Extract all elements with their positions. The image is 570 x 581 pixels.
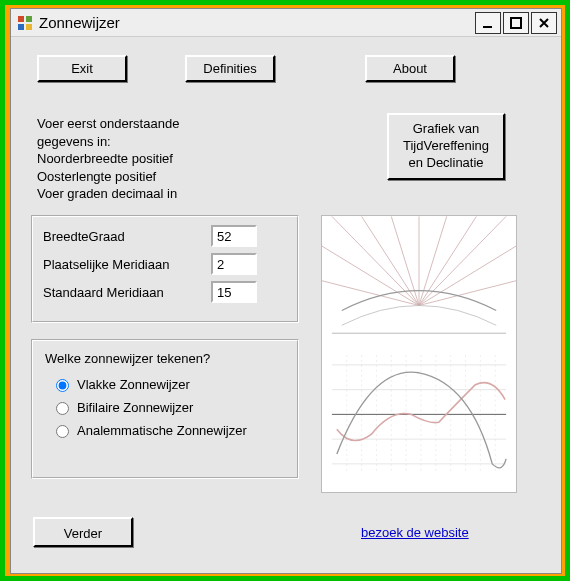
standaard-input[interactable] — [211, 281, 257, 303]
app-icon — [17, 15, 33, 31]
window-body: Exit Definities About Voer eerst onderst… — [11, 37, 561, 573]
radio-group: Welke zonnewijzer tekenen? Vlakke Zonnew… — [31, 339, 299, 479]
verder-button[interactable]: Verder — [33, 517, 133, 547]
radio-analemma[interactable]: Analemmatische Zonnewijzer — [51, 422, 285, 438]
window-title: Zonnewijzer — [39, 14, 120, 31]
instructions-text: Voer eerst onderstaande gegevens in: Noo… — [37, 115, 257, 203]
exit-button[interactable]: Exit — [37, 55, 127, 82]
radio-vlakke[interactable]: Vlakke Zonnewijzer — [51, 376, 285, 392]
plaatselijke-input[interactable] — [211, 253, 257, 275]
svg-rect-2 — [18, 24, 24, 30]
close-button[interactable] — [531, 12, 557, 34]
svg-rect-4 — [483, 26, 492, 28]
radio-vlakke-label: Vlakke Zonnewijzer — [77, 377, 190, 392]
grafiek-button[interactable]: Grafiek van TijdVereffening en Declinati… — [387, 113, 505, 180]
instruction-line: Voer graden decimaal in — [37, 185, 257, 203]
radio-analemma-input[interactable] — [56, 425, 69, 438]
instruction-line: Noorderbreedte positief — [37, 150, 257, 168]
inputs-group: BreedteGraad Plaatselijke Meridiaan Stan… — [31, 215, 299, 323]
standaard-label: Standaard Meridiaan — [43, 285, 211, 300]
window: Zonnewijzer Exit Definities About Voer e… — [10, 8, 562, 574]
svg-rect-5 — [511, 18, 521, 28]
svg-rect-3 — [26, 24, 32, 30]
radio-vlakke-input[interactable] — [56, 379, 69, 392]
radio-analemma-label: Analemmatische Zonnewijzer — [77, 423, 247, 438]
maximize-button[interactable] — [503, 12, 529, 34]
instruction-line: gegevens in: — [37, 133, 257, 151]
website-link[interactable]: bezoek de website — [361, 525, 469, 540]
radio-group-title: Welke zonnewijzer tekenen? — [45, 351, 285, 366]
breedtegraad-input[interactable] — [211, 225, 257, 247]
radio-bifilaire[interactable]: Bifilaire Zonnewijzer — [51, 399, 285, 415]
definities-button[interactable]: Definities — [185, 55, 275, 82]
instruction-line: Voer eerst onderstaande — [37, 115, 257, 133]
svg-rect-0 — [18, 16, 24, 22]
minimize-button[interactable] — [475, 12, 501, 34]
title-bar: Zonnewijzer — [11, 9, 561, 37]
chart-preview — [321, 215, 517, 493]
radio-bifilaire-label: Bifilaire Zonnewijzer — [77, 400, 193, 415]
svg-rect-1 — [26, 16, 32, 22]
about-button[interactable]: About — [365, 55, 455, 82]
breedtegraad-label: BreedteGraad — [43, 229, 211, 244]
instruction-line: Oosterlengte positief — [37, 168, 257, 186]
plaatselijke-label: Plaatselijke Meridiaan — [43, 257, 211, 272]
outer-frame: Zonnewijzer Exit Definities About Voer e… — [0, 0, 570, 581]
radio-bifilaire-input[interactable] — [56, 402, 69, 415]
